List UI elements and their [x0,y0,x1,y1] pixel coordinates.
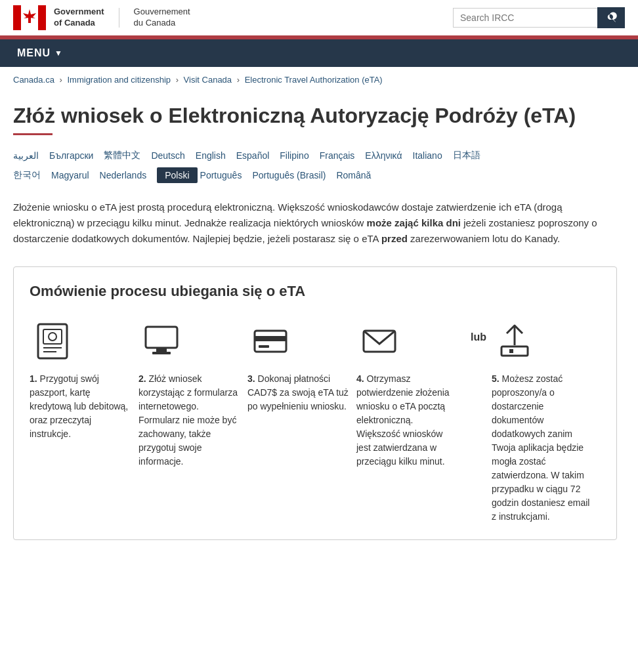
breadcrumb-separator: › [60,75,62,85]
chevron-down-icon: ▼ [54,49,63,58]
menu-label: MENU [17,47,51,59]
step-1-text: 1. Przygotuj swój paszport, kartę kredyt… [30,372,132,441]
title-underline [13,133,53,135]
passport-icon [30,318,75,364]
svg-rect-6 [43,329,62,344]
search-button[interactable] [597,7,625,28]
lang-english[interactable]: English [196,148,234,163]
logo-area: Government of Canada Gouvernement du Can… [13,5,190,30]
menu-button[interactable]: MENU ▼ [11,39,70,67]
lang-filipino[interactable]: Filipino [280,148,316,163]
lang-chinese[interactable]: 繁體中文 [104,147,148,164]
step-1: 1. Przygotuj swój paszport, kartę kredyt… [30,318,138,441]
process-title: Omówienie procesu ubiegania się o eTA [30,283,601,300]
step-3: 3. Dokonaj płatności CAD7$ za swoją eTA … [247,318,356,413]
lang-korean[interactable]: 한국어 [13,167,49,184]
svg-rect-14 [255,336,286,341]
lang-romanian[interactable]: Română [336,167,379,183]
government-name-fr: Gouvernement du Canada [134,7,190,29]
lang-portuguese[interactable]: Português [200,167,250,183]
lang-francais[interactable]: Français [320,148,363,163]
breadcrumb-link-canada[interactable]: Canada.ca [13,75,54,85]
process-steps: 1. Przygotuj swój paszport, kartę kredyt… [30,318,601,524]
breadcrumb-link-visit[interactable]: Visit Canada [184,75,232,85]
svg-rect-0 [13,5,21,30]
lang-japanese[interactable]: 日本語 [453,147,488,164]
site-header: Government of Canada Gouvernement du Can… [0,0,638,37]
credit-card-icon [247,318,293,364]
main-content: Złóż wniosek o Elektroniczną Autoryzację… [0,93,630,566]
lang-greek[interactable]: Ελληνικά [365,148,410,163]
svg-rect-10 [146,327,177,348]
lang-bulgarian[interactable]: Български [49,148,101,163]
lang-arabic[interactable]: العربية [13,148,47,163]
lang-hungarian[interactable]: Magyarul [51,167,97,183]
search-icon [605,12,617,24]
svg-rect-17 [501,346,528,356]
breadcrumb-link-eta[interactable]: Electronic Travel Authorization (eTA) [245,75,383,85]
breadcrumb-link-immigration[interactable]: Immigration and citizenship [67,75,171,85]
svg-rect-12 [152,352,171,354]
svg-point-7 [49,333,56,341]
process-overview-box: Omówienie procesu ubiegania się o eTA 1.… [13,266,617,540]
breadcrumb-separator: › [176,75,179,85]
step-3-text: 3. Dokonaj płatności CAD7$ za swoją eTA … [247,372,350,413]
step-4-text: 4. Otrzymasz potwierdzenie złożenia wnio… [356,372,459,469]
svg-rect-19 [509,349,513,353]
search-input[interactable] [453,8,597,28]
language-selector: العربية Български 繁體中文 Deutsch English E… [13,147,617,184]
canada-flag-icon [13,5,46,30]
intro-bold-1: może zająć kilka dni [367,217,461,228]
breadcrumb: Canada.ca › Immigration and citizenship … [0,67,638,93]
search-area [453,7,625,28]
language-row-1: العربية Български 繁體中文 Deutsch English E… [13,147,617,164]
email-icon [356,318,402,364]
lang-italian[interactable]: Italiano [413,148,450,163]
government-name: Government of Canada [54,7,104,29]
intro-paragraph: Złożenie wniosku o eTA jest prostą proce… [13,200,617,247]
step-5-text: 5. Możesz zostać poproszony/a o dostarcz… [492,372,594,524]
lub-separator: lub [465,331,492,343]
gov-english: Government of Canada [54,7,104,29]
breadcrumb-separator: › [237,75,240,85]
upload-icon [492,318,538,364]
svg-rect-11 [156,348,167,352]
page-title: Złóż wniosek o Elektroniczną Autoryzację… [13,103,617,128]
lang-polish[interactable]: Polski [157,167,197,183]
nav-menu-bar: MENU ▼ [0,39,638,67]
lang-portuguese-brasil[interactable]: Português (Brasil) [252,167,333,183]
lang-deutsch[interactable]: Deutsch [151,148,192,163]
lang-espanol[interactable]: Español [236,148,278,163]
step-4: 4. Otrzymasz potwierdzenie złożenia wnio… [356,318,465,469]
svg-rect-4 [28,18,31,23]
step-2: 2. Złóż wniosek korzystając z formularza… [138,318,247,469]
language-row-2: 한국어 Magyarul Nederlands Polski Português… [13,167,617,184]
svg-rect-15 [259,345,269,348]
intro-bold-2: przed [381,233,408,244]
step-5: 5. Możesz zostać poproszony/a o dostarcz… [492,318,601,524]
svg-rect-1 [38,5,46,30]
lang-dutch[interactable]: Nederlands [100,167,155,183]
monitor-icon [138,318,184,364]
step-2-text: 2. Złóż wniosek korzystając z formularza… [138,372,241,469]
